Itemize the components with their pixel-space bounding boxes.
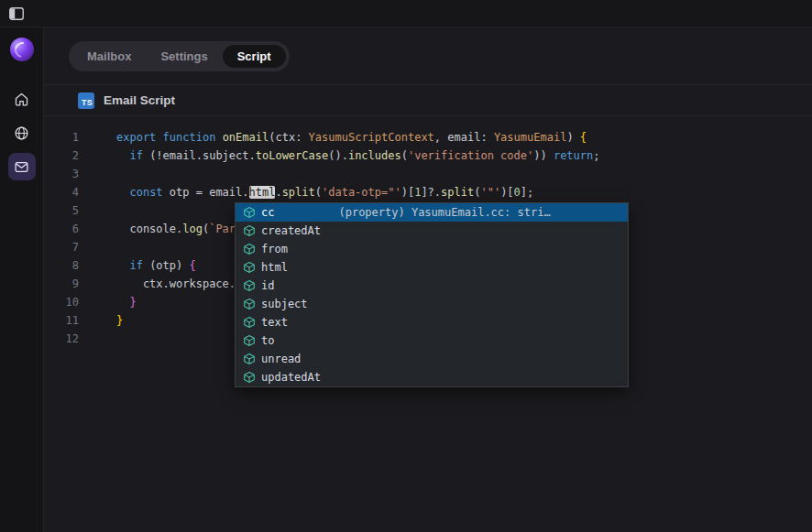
- main-panel: Mailbox Settings Script TS Email Script …: [44, 27, 812, 532]
- code-text: }: [116, 311, 123, 330]
- autocomplete-label: id: [261, 277, 274, 295]
- autocomplete-label: cc: [261, 203, 274, 222]
- sidebar-item-home[interactable]: [8, 85, 36, 113]
- code-text: console.log(`Parse: [116, 220, 249, 238]
- sidebar-item-mail[interactable]: [8, 153, 36, 180]
- line-number: 10: [44, 293, 79, 311]
- tabs-row: Mailbox Settings Script: [44, 27, 812, 84]
- property-icon: [243, 243, 256, 255]
- code-text: export function onEmail(ctx: YasumuScrip…: [116, 128, 587, 147]
- tab-settings[interactable]: Settings: [146, 45, 222, 68]
- code-editor[interactable]: 1export function onEmail(ctx: YasumuScri…: [44, 116, 812, 532]
- sidebar-item-browser[interactable]: [8, 119, 36, 147]
- code-line: 3: [44, 165, 812, 183]
- code-text: if (otp) {: [116, 256, 196, 275]
- sidebar: [0, 27, 44, 532]
- tab-script[interactable]: Script: [223, 45, 286, 68]
- typescript-badge: TS: [78, 92, 94, 109]
- property-icon: [243, 298, 256, 310]
- line-number: 2: [44, 147, 79, 165]
- code-line: 4 const otp = email.html.split('data-otp…: [44, 183, 812, 201]
- code-line: 1export function onEmail(ctx: YasumuScri…: [44, 128, 812, 147]
- property-icon: [243, 353, 256, 365]
- autocomplete-item[interactable]: subject: [236, 295, 628, 313]
- app-logo[interactable]: [10, 38, 34, 61]
- tab-mailbox[interactable]: Mailbox: [72, 45, 146, 68]
- line-number: 4: [44, 183, 79, 201]
- property-icon: [243, 224, 256, 237]
- autocomplete-popup: cc(property) YasumuEmail.cc: stri…create…: [235, 202, 629, 387]
- code-text: ctx.workspace.en: [116, 275, 249, 293]
- line-number: 6: [44, 220, 79, 238]
- autocomplete-item[interactable]: html: [236, 258, 628, 277]
- autocomplete-label: html: [261, 258, 288, 277]
- sidebar-toggle-button[interactable]: [9, 7, 24, 20]
- property-icon: [243, 206, 256, 219]
- line-number: 12: [44, 330, 79, 348]
- tab-bar: Mailbox Settings Script: [69, 41, 290, 71]
- home-icon: [14, 92, 29, 107]
- code-text: if (!email.subject.toLowerCase().include…: [116, 147, 600, 165]
- code-line: 2 if (!email.subject.toLowerCase().inclu…: [44, 147, 812, 165]
- autocomplete-detail: (property) YasumuEmail.cc: stri…: [338, 203, 550, 222]
- line-number: 5: [44, 201, 79, 220]
- autocomplete-label: text: [261, 313, 288, 331]
- topbar: [0, 0, 812, 27]
- autocomplete-item[interactable]: updatedAt: [236, 368, 628, 386]
- autocomplete-item[interactable]: from: [236, 240, 628, 258]
- autocomplete-label: unread: [261, 350, 301, 368]
- autocomplete-label: subject: [261, 295, 308, 313]
- autocomplete-label: createdAt: [261, 222, 321, 240]
- autocomplete-label: updatedAt: [261, 368, 321, 386]
- code-text: }: [116, 293, 137, 311]
- autocomplete-label: from: [261, 240, 288, 258]
- autocomplete-item[interactable]: to: [236, 331, 628, 350]
- page-title: Email Script: [104, 93, 175, 107]
- sidebar-toggle-icon: [9, 7, 24, 20]
- line-number: 3: [44, 165, 79, 183]
- autocomplete-item[interactable]: id: [236, 277, 628, 295]
- script-header: TS Email Script: [44, 84, 812, 116]
- property-icon: [243, 316, 256, 329]
- line-number: 9: [44, 275, 79, 293]
- line-number: 7: [44, 238, 79, 256]
- line-number: 11: [44, 311, 79, 330]
- property-icon: [243, 261, 256, 274]
- autocomplete-item[interactable]: cc(property) YasumuEmail.cc: stri…: [236, 203, 628, 222]
- mail-icon: [14, 159, 29, 175]
- line-number: 1: [44, 128, 79, 147]
- autocomplete-item[interactable]: text: [236, 313, 628, 331]
- property-icon: [243, 334, 256, 347]
- line-number: 8: [44, 256, 79, 275]
- code-text: const otp = email.html.split('data-otp="…: [116, 183, 533, 201]
- autocomplete-label: to: [261, 331, 274, 350]
- autocomplete-item[interactable]: unread: [236, 350, 628, 368]
- autocomplete-item[interactable]: createdAt: [236, 222, 628, 240]
- property-icon: [243, 279, 256, 292]
- property-icon: [243, 371, 256, 384]
- globe-icon: [14, 125, 29, 141]
